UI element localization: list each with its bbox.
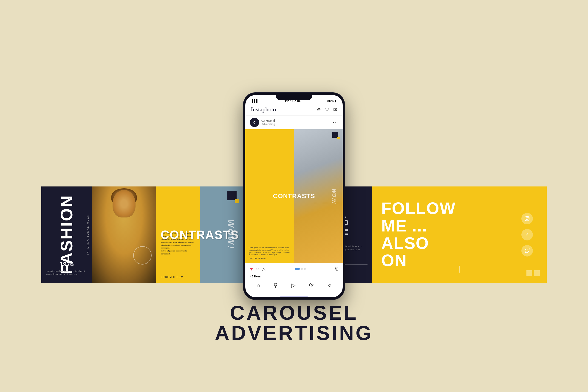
- panel-man-photo: [92, 186, 156, 283]
- panel-contrasts: Lorem ipsum dolarnib euismod tincidunt u…: [156, 186, 244, 283]
- international-text: INTERNATIONAL WEEK: [86, 186, 89, 283]
- post-handle: Advertising: [262, 123, 333, 126]
- svg-point-2: [528, 217, 529, 218]
- post-wow-text: WOW!: [331, 188, 337, 204]
- post-image-area: Lorem ipsum dolarnib euismod tincidunt u…: [245, 129, 343, 263]
- heart-icon[interactable]: ♡: [325, 107, 329, 112]
- svg-rect-0: [525, 216, 529, 220]
- fashion-vertical-container: FASHION: [58, 186, 75, 283]
- social-icons: f: [522, 213, 533, 256]
- twitter-icon[interactable]: [522, 245, 533, 256]
- post-lorem-label: LOREM IPSUM: [249, 257, 290, 260]
- follow-title: FOLLOW ME ... ALSO ON: [381, 200, 538, 269]
- bookmark-button[interactable]: ⎗: [335, 266, 338, 272]
- man-photo-bg: [92, 186, 156, 283]
- more-options-icon[interactable]: ···: [333, 120, 338, 125]
- year-text: 1976: [60, 261, 74, 268]
- signal-icon: ▌▌▌: [252, 99, 259, 103]
- ysq-2: [534, 270, 540, 276]
- battery-icon: 100% ▮: [327, 100, 336, 103]
- post-dotted-line: [314, 203, 340, 203]
- home-nav-icon[interactable]: ⌂: [257, 282, 260, 288]
- phone-notch: [276, 93, 312, 100]
- scene: FASHION INTERNATIONAL WEEK 1976 Lorem ip…: [41, 35, 547, 357]
- svg-point-1: [526, 218, 528, 220]
- dot-2: [301, 268, 303, 270]
- vertical-line-5: [344, 225, 345, 278]
- dot-1: [295, 268, 300, 270]
- post-header: C Carousel Advertising ···: [245, 116, 343, 129]
- post-body-text: Lorem ipsum dolarnib euismod tincidunt u…: [249, 247, 290, 256]
- man-head: [112, 190, 136, 218]
- like-button[interactable]: ♥: [250, 266, 253, 272]
- panel1-desc: Lorem ipsum dolarnib euismod tincidunt u…: [46, 270, 87, 276]
- app-logo: Instaphoto: [251, 106, 276, 113]
- page-title-main: Carousel Advertising: [168, 303, 420, 343]
- bottom-nav: ⌂ ⚲ ▷ 🛍 ○: [245, 279, 343, 295]
- post-avatar: C: [250, 118, 259, 127]
- facebook-icon[interactable]: f: [522, 229, 533, 240]
- app-header: Instaphoto ⊕ ♡ ✉: [245, 104, 343, 116]
- black-square-decoration: [228, 191, 236, 200]
- comment-button[interactable]: ○: [256, 266, 259, 272]
- yellow-square-decoration: [235, 199, 239, 203]
- reels-nav-icon[interactable]: ▷: [291, 282, 296, 288]
- svg-text:f: f: [526, 232, 528, 236]
- yellow-squares-bottom: [526, 270, 540, 276]
- home-indicator: [280, 296, 308, 297]
- header-icons: ⊕ ♡ ✉: [317, 107, 337, 112]
- phone-mockup: ▌▌▌ 11: 11 a.m. 100% ▮ Instaphoto ⊕ ♡ ✉ …: [244, 93, 344, 300]
- likes-count: 45 likes: [245, 275, 343, 279]
- post-image-content: Lorem ipsum dolarnib euismod tincidunt u…: [245, 129, 343, 263]
- contrasts-title: CONTRASTS: [160, 228, 239, 242]
- post-contrasts-title: CONTRASTS: [273, 192, 315, 200]
- carousel-indicator: [295, 268, 306, 270]
- ysq-1: [526, 270, 532, 276]
- post-username: Carousel: [262, 119, 333, 123]
- search-nav-icon[interactable]: ⚲: [274, 282, 278, 288]
- post-info: Carousel Advertising: [262, 119, 333, 126]
- international-label: INTERNATIONAL WEEK: [86, 214, 89, 255]
- geometric-circle: [133, 246, 152, 264]
- page-title-area: Carousel Advertising: [168, 303, 420, 343]
- instagram-icon[interactable]: [522, 213, 533, 224]
- profile-nav-icon[interactable]: ○: [328, 282, 332, 288]
- add-icon[interactable]: ⊕: [317, 107, 321, 112]
- phone-screen: ▌▌▌ 11: 11 a.m. 100% ▮ Instaphoto ⊕ ♡ ✉ …: [245, 95, 343, 297]
- shop-nav-icon[interactable]: 🛍: [309, 282, 314, 288]
- panel-follow: FOLLOW ME ... ALSO ON f: [372, 186, 547, 283]
- share-button[interactable]: △: [262, 266, 266, 272]
- action-icons-left: ♥ ○ △: [250, 266, 266, 272]
- dot-3: [304, 268, 306, 270]
- panel-fashion: FASHION INTERNATIONAL WEEK 1976 Lorem ip…: [41, 186, 92, 283]
- h-line-6: [379, 269, 517, 269]
- lorem-ipsum-label: LOREM IPSUM: [161, 276, 184, 278]
- messenger-icon[interactable]: ✉: [333, 107, 337, 112]
- post-actions: ♥ ○ △ ⎗: [245, 263, 343, 275]
- post-yellow-square: [337, 137, 340, 140]
